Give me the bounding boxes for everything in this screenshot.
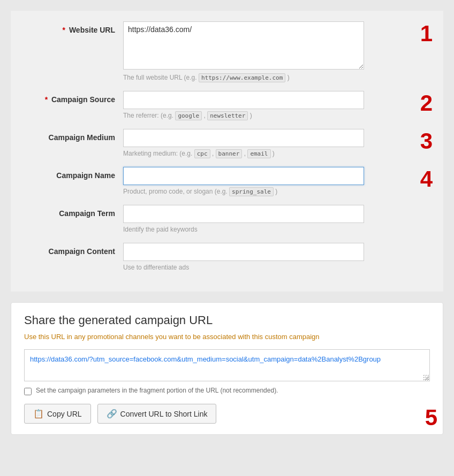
hint-banner: banner [216, 149, 243, 158]
campaign-content-input[interactable] [123, 243, 364, 261]
hint-cpc: cpc [194, 149, 210, 158]
website-url-input-col: https://data36.com/ The full website URL… [123, 21, 364, 81]
action-buttons-row: 📋 Copy URL 🔗 Convert URL to Short Link [24, 404, 430, 424]
campaign-term-input[interactable] [123, 205, 364, 223]
hint-newsletter: newsletter [207, 111, 248, 120]
campaign-content-input-col: Use to differentiate ads [123, 243, 364, 271]
campaign-source-hint: The referrer: (e.g. google , newsletter … [123, 112, 364, 119]
fragment-checkbox-row: Set the campaign parameters in the fragm… [24, 387, 430, 395]
link-icon: 🔗 [107, 409, 117, 419]
website-url-row: * Website URL https://data36.com/ The fu… [16, 21, 438, 81]
campaign-name-input[interactable]: data+analyst+group [123, 167, 364, 185]
website-url-hint: The full website URL (e.g. https://www.e… [123, 74, 364, 81]
campaign-name-input-col: data+analyst+group Product, promo code, … [123, 167, 364, 195]
share-section: Share the generated campaign URL Use thi… [11, 302, 443, 435]
generated-url-box[interactable]: https://data36.com/?utm_source=facebook.… [24, 349, 430, 381]
campaign-medium-row: Campaign Medium social Marketing medium:… [16, 129, 438, 157]
step-4-number: 4 [420, 168, 433, 190]
step-3-number: 3 [420, 130, 433, 152]
website-url-label: * Website URL [16, 21, 123, 34]
required-asterisk-source: * [45, 95, 48, 104]
campaign-source-row: * Campaign Source facebook.com The refer… [16, 91, 438, 119]
campaign-medium-input[interactable]: social [123, 129, 364, 147]
campaign-medium-input-col: social Marketing medium: (e.g. cpc , ban… [123, 129, 364, 157]
resize-handle [423, 375, 429, 380]
hint-spring-sale: spring_sale [229, 187, 274, 196]
campaign-source-input[interactable]: facebook.com [123, 91, 364, 109]
campaign-name-hint: Product, promo code, or slogan (e.g. spr… [123, 188, 364, 195]
campaign-medium-hint: Marketing medium: (e.g. cpc , banner , e… [123, 150, 364, 157]
campaign-term-input-col: Identify the paid keywords [123, 205, 364, 233]
campaign-content-row: Campaign Content Use to differentiate ad… [16, 243, 438, 271]
campaign-term-row: Campaign Term Identify the paid keywords [16, 205, 438, 233]
fragment-checkbox[interactable] [24, 388, 32, 395]
campaign-name-label: Campaign Name [16, 167, 123, 180]
copy-url-label: Copy URL [47, 410, 82, 418]
copy-icon: 📋 [33, 409, 44, 419]
campaign-content-label: Campaign Content [16, 243, 123, 256]
copy-url-button[interactable]: 📋 Copy URL [24, 404, 91, 424]
campaign-source-label: * Campaign Source [16, 91, 123, 104]
share-title: Share the generated campaign URL [24, 313, 430, 327]
campaign-form: * Website URL https://data36.com/ The fu… [11, 11, 443, 291]
required-asterisk: * [63, 26, 65, 34]
website-url-input[interactable]: https://data36.com/ [123, 21, 364, 70]
step-2-number: 2 [420, 92, 433, 114]
campaign-term-hint: Identify the paid keywords [123, 226, 364, 233]
campaign-content-hint: Use to differentiate ads [123, 264, 364, 271]
campaign-medium-label: Campaign Medium [16, 129, 123, 142]
convert-url-label: Convert URL to Short Link [120, 410, 208, 418]
step-1-number: 1 [420, 22, 433, 45]
campaign-source-input-col: facebook.com The referrer: (e.g. google … [123, 91, 364, 119]
hint-email: email [247, 149, 270, 158]
campaign-term-label: Campaign Term [16, 205, 123, 218]
fragment-checkbox-label: Set the campaign parameters in the fragm… [36, 387, 278, 394]
step-5-number: 5 [425, 406, 437, 429]
hint-google: google [175, 111, 202, 120]
campaign-name-row: Campaign Name data+analyst+group Product… [16, 167, 438, 195]
share-subtitle: Use this URL in any promotional channels… [24, 333, 430, 341]
website-url-hint-example: https://www.example.com [199, 73, 285, 82]
convert-url-button[interactable]: 🔗 Convert URL to Short Link [97, 404, 217, 424]
